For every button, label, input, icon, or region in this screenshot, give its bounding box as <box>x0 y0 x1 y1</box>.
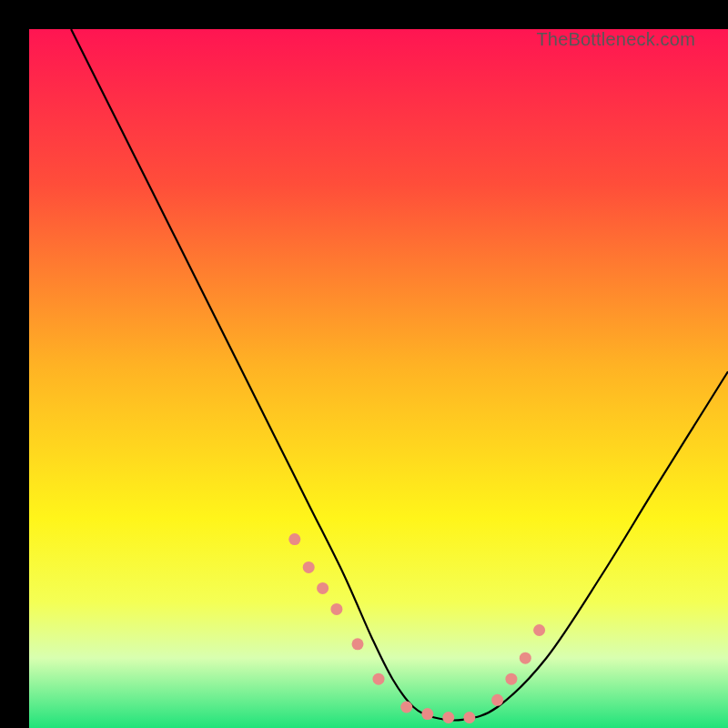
marker-dot <box>505 673 517 685</box>
chart-frame: TheBottleneck.com <box>0 0 728 728</box>
marker-dot <box>520 652 531 664</box>
marker-dot <box>400 702 412 713</box>
marker-dot <box>373 673 385 685</box>
marker-dot <box>463 712 475 723</box>
bottleneck-chart <box>29 29 728 728</box>
gradient-background <box>29 29 728 728</box>
marker-dot <box>317 582 329 594</box>
marker-dot <box>421 708 433 720</box>
marker-dot <box>352 638 364 650</box>
marker-dot <box>442 712 454 723</box>
watermark-text: TheBottleneck.com <box>536 29 695 50</box>
marker-dot <box>533 624 545 636</box>
marker-dot <box>330 603 342 615</box>
marker-dot <box>491 694 503 706</box>
plot-area <box>29 29 728 728</box>
marker-dot <box>303 561 315 573</box>
marker-dot <box>288 533 300 545</box>
